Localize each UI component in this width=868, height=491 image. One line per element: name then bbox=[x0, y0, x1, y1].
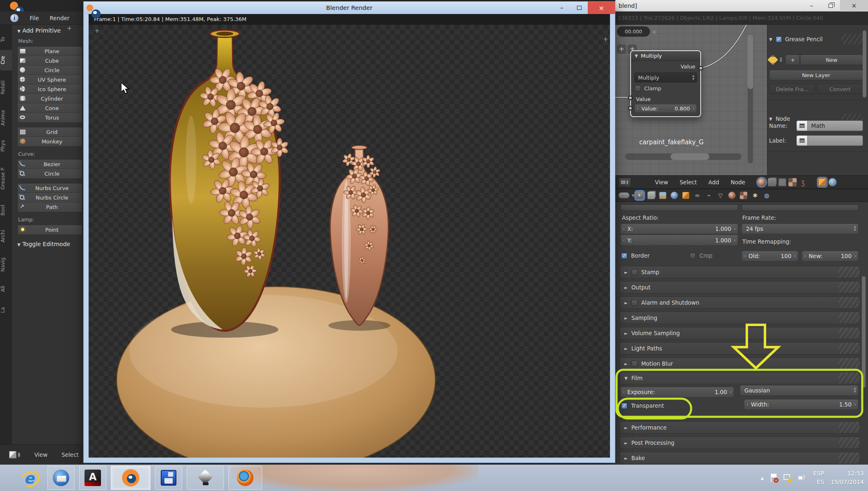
taskbar-a-app-button[interactable]: A bbox=[79, 466, 106, 490]
material-sphere-icon[interactable] bbox=[758, 178, 766, 186]
properties-scrollbar[interactable] bbox=[862, 206, 866, 460]
sidebar-scrollbar[interactable] bbox=[863, 31, 866, 97]
grease-pencil-panel-header[interactable]: ▼ Grease Pencil bbox=[769, 34, 863, 45]
panel-alarm-and-shutdown[interactable]: ►Alarm and Shutdown bbox=[619, 296, 860, 309]
taskbar-firefox-button[interactable] bbox=[228, 466, 262, 490]
shelf-button-uv-sphere[interactable]: UV Sphere bbox=[18, 75, 82, 85]
old-slider[interactable]: Old:100 bbox=[741, 251, 798, 261]
stamp-checkbox[interactable] bbox=[631, 269, 638, 275]
node-menu-select[interactable]: Select bbox=[674, 179, 703, 186]
shelf-tab-archi[interactable]: Archi bbox=[0, 224, 12, 249]
breadcrumb-plus-icon[interactable]: + bbox=[652, 28, 657, 36]
clamp-checkbox[interactable] bbox=[635, 85, 641, 92]
filter-dropdown[interactable]: Gaussian▲▼ bbox=[740, 385, 859, 396]
node-editor-vscrollbar[interactable] bbox=[748, 35, 753, 163]
multiply-node[interactable]: ▼Multiply Value Multiply▲▼ Clamp Value V… bbox=[630, 50, 701, 117]
tab-physics-icon[interactable]: ◍ bbox=[763, 192, 770, 199]
shelf-tab-cre[interactable]: Cre bbox=[0, 50, 12, 70]
tray-expand-icon[interactable]: ▲ bbox=[760, 476, 764, 480]
tab-scene-icon[interactable] bbox=[659, 192, 666, 199]
viewport-menu-select[interactable]: Select bbox=[61, 451, 79, 458]
hscrollbar-thumb[interactable] bbox=[671, 153, 709, 160]
panel-volume-sampling[interactable]: ►Volume Sampling bbox=[619, 327, 860, 339]
panel-motion-blur[interactable]: ►Motion Blur bbox=[619, 357, 860, 370]
shelf-button-plane[interactable]: Plane bbox=[18, 47, 82, 56]
render-corner-plus2-icon[interactable]: + bbox=[603, 35, 608, 43]
motion-blur-checkbox[interactable] bbox=[631, 361, 638, 367]
shelf-tab-relati[interactable]: Relati bbox=[0, 73, 12, 101]
node-editor[interactable]: 00.000 + + + ▼Multiply Value Multiply▲▼ … bbox=[615, 25, 767, 175]
node-small-icon[interactable] bbox=[778, 178, 786, 186]
node-menu-view[interactable]: View bbox=[649, 179, 674, 186]
node-menu-node[interactable]: Node bbox=[725, 179, 751, 186]
input-socket-icon[interactable] bbox=[628, 96, 633, 100]
shelf-button-ico-sphere[interactable]: Ico Sphere bbox=[18, 85, 82, 94]
preset-button-left[interactable] bbox=[620, 204, 738, 211]
panel-performance[interactable]: ►Performance bbox=[619, 421, 860, 434]
menu-file[interactable]: File bbox=[30, 15, 39, 21]
shelf-button-point[interactable]: Point bbox=[18, 225, 82, 235]
input-socket2-icon[interactable] bbox=[628, 106, 633, 110]
tab-data-icon[interactable]: ▽ bbox=[717, 192, 724, 199]
viewport-menu-view[interactable]: View bbox=[34, 451, 47, 458]
shelf-tab-grease-p[interactable]: Grease P bbox=[0, 160, 12, 197]
texture-checker-icon[interactable] bbox=[788, 178, 797, 186]
tab-object-icon[interactable] bbox=[682, 192, 690, 199]
panel-stamp[interactable]: ►Stamp bbox=[619, 266, 860, 278]
network-warning-icon[interactable] bbox=[784, 474, 792, 482]
multiply-node-header[interactable]: ▼Multiply bbox=[631, 51, 700, 61]
grease-pencil-add-button[interactable]: + bbox=[785, 54, 800, 65]
tab-texture-icon[interactable] bbox=[740, 192, 747, 199]
shelf-button-cone[interactable]: Cone bbox=[18, 103, 82, 113]
shelf-tab-bool[interactable]: Bool bbox=[0, 200, 12, 221]
panel-sampling[interactable]: ►Sampling bbox=[619, 312, 860, 324]
exposure-slider[interactable]: Exposure:1.00 bbox=[620, 387, 734, 397]
shelf-button-nurbs-curve[interactable]: Nurbs Curve bbox=[18, 183, 82, 193]
volume-icon[interactable] bbox=[798, 474, 807, 482]
render-close-button[interactable]: × bbox=[588, 2, 615, 14]
delete-frames-button[interactable]: Delete Fra... bbox=[769, 84, 815, 94]
main-restore-button[interactable] bbox=[821, 0, 840, 12]
render-corner-plus-icon[interactable]: + bbox=[94, 27, 100, 35]
panel-light-paths[interactable]: ►Light Paths bbox=[619, 342, 860, 355]
editor-type-button[interactable]: ▲▼ bbox=[619, 178, 631, 187]
node-value-slider[interactable]: Value:0.800 bbox=[634, 104, 697, 113]
render-result-window[interactable]: Blender Render – × Frame:1 | Time:05:20.… bbox=[83, 1, 615, 463]
clock[interactable]: 12:53 15/07/2014 bbox=[830, 469, 864, 486]
node-breadcrumb[interactable]: 00.000 bbox=[617, 26, 650, 37]
shelf-button-grid[interactable]: Grid bbox=[18, 127, 82, 137]
render-minimize-button[interactable]: – bbox=[553, 2, 570, 14]
panel-output[interactable]: ►Output bbox=[619, 281, 860, 294]
tab-material-icon[interactable] bbox=[728, 192, 736, 199]
preset-button-right[interactable] bbox=[741, 204, 859, 211]
action-center-flag-icon[interactable]: × bbox=[770, 474, 777, 482]
render-maximize-button[interactable] bbox=[570, 2, 588, 14]
aspect-x-slider[interactable]: X:1.000 bbox=[620, 223, 738, 234]
node-label-field[interactable] bbox=[796, 135, 863, 146]
shelf-button-path[interactable]: ↗Path bbox=[18, 202, 82, 212]
region-corner-plus-icon[interactable]: + bbox=[67, 25, 72, 32]
shelf-button-monkey[interactable]: Monkey bbox=[18, 137, 82, 146]
node-menu-add[interactable]: Add bbox=[703, 179, 725, 186]
shelf-tab-phys[interactable]: Phys bbox=[0, 134, 12, 157]
tab-modifiers-icon[interactable]: ⌁ bbox=[705, 192, 713, 199]
convert-button[interactable]: Convert bbox=[817, 84, 863, 94]
shelf-button-torus[interactable]: Torus bbox=[18, 113, 82, 122]
alarm-and-shutdown-checkbox[interactable] bbox=[631, 300, 638, 306]
panel-film-header[interactable]: ▼ Film bbox=[619, 372, 860, 384]
menu-render[interactable]: Render bbox=[50, 15, 70, 21]
shelf-button-circle[interactable]: Circle bbox=[18, 169, 82, 179]
stepper-icon[interactable]: ▲▼ bbox=[780, 57, 782, 63]
taskbar-blender-button[interactable] bbox=[111, 466, 150, 490]
node-copies-icon[interactable] bbox=[768, 178, 776, 186]
shelf-tab-to[interactable]: To bbox=[0, 32, 12, 47]
grease-pencil-checkbox[interactable] bbox=[776, 36, 782, 42]
shelf-tab-navig[interactable]: Navig bbox=[0, 251, 12, 278]
shelf-tab-ali[interactable]: Ali bbox=[0, 281, 12, 297]
panel-bake[interactable]: ►Bake bbox=[619, 452, 860, 464]
node-editor-hscrollbar[interactable] bbox=[625, 153, 741, 160]
main-minimize-button[interactable]: – bbox=[802, 0, 821, 12]
panel-post-processing[interactable]: ►Post Processing bbox=[619, 437, 860, 449]
node-operation-dropdown[interactable]: Multiply▲▼ bbox=[634, 73, 697, 82]
taskbar-thunderbird-button[interactable] bbox=[47, 466, 75, 490]
